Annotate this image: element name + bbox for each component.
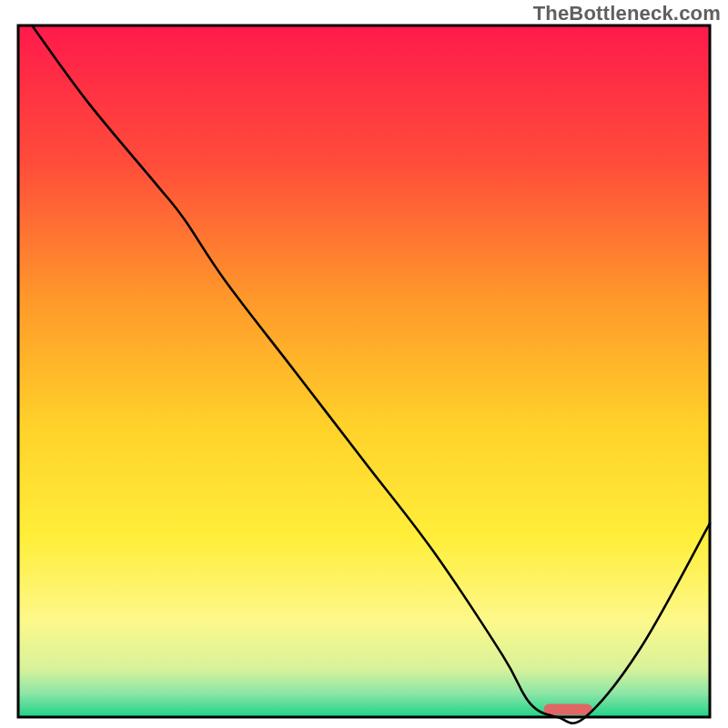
optimal-range-marker — [544, 704, 592, 715]
chart-container: TheBottleneck.com — [0, 0, 728, 728]
chart-background — [18, 25, 710, 717]
plot-area — [18, 25, 710, 723]
watermark-text: TheBottleneck.com — [533, 2, 721, 25]
bottleneck-chart — [0, 0, 728, 728]
